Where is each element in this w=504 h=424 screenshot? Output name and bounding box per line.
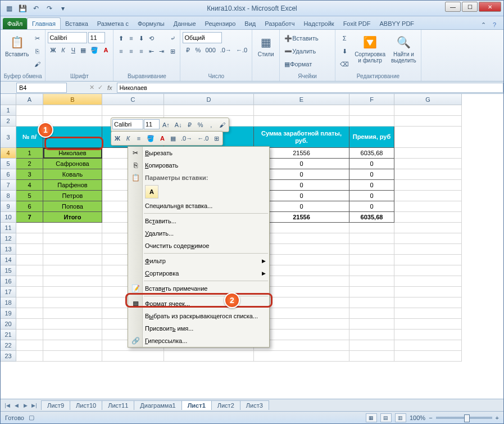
menu-sort[interactable]: Сортировка▶ [128, 267, 269, 279]
row-header[interactable]: 10 [1, 212, 16, 223]
maximize-button[interactable]: ☐ [462, 2, 478, 12]
mini-font-name[interactable] [112, 119, 143, 129]
col-header-f[interactable]: F [349, 94, 394, 105]
row-header[interactable]: 8 [1, 191, 16, 201]
menu-define-name[interactable]: Присвоить имя... [128, 322, 269, 335]
tab-insert[interactable]: Вставка [61, 18, 93, 29]
cell[interactable] [394, 297, 462, 308]
tab-view[interactable]: Вид [240, 18, 260, 29]
cell[interactable] [394, 201, 462, 212]
cell[interactable]: 4 [16, 180, 43, 191]
find-select-button[interactable]: 🔍 Найти и выделить [389, 32, 419, 65]
cell[interactable] [349, 287, 394, 297]
tab-review[interactable]: Рецензиро [201, 18, 240, 29]
underline-button[interactable]: Ч [68, 44, 78, 56]
indent-decrease-icon[interactable]: ⇤ [146, 45, 156, 57]
sheet-tab-active[interactable]: Лист1 [181, 400, 212, 410]
align-left-icon[interactable]: ≡ [116, 45, 126, 57]
paste-option-values[interactable]: A [145, 185, 158, 199]
row-header[interactable]: 22 [1, 340, 16, 351]
cell[interactable] [16, 340, 43, 351]
row-header[interactable]: 12 [1, 233, 16, 244]
menu-hyperlink[interactable]: 🔗Гиперссылка... [128, 335, 269, 347]
cell[interactable] [394, 159, 462, 169]
cell[interactable]: Коваль [43, 169, 102, 180]
cell[interactable] [43, 351, 102, 362]
mini-grow-font-icon[interactable]: A↑ [160, 119, 172, 130]
cell[interactable] [349, 116, 394, 127]
close-button[interactable]: ✕ [479, 2, 501, 12]
tab-file[interactable]: Файл [3, 18, 27, 29]
cell[interactable] [43, 244, 102, 255]
row-header[interactable]: 16 [1, 276, 16, 287]
insert-cells-button[interactable]: ➕ Вставить [282, 32, 333, 44]
styles-button[interactable]: ▦ Стили [255, 32, 277, 58]
italic-button[interactable]: К [58, 44, 68, 56]
decimal-inc-icon[interactable]: .0→ [218, 44, 234, 56]
mini-currency-icon[interactable]: ₽ [185, 119, 195, 130]
cell[interactable]: 6035,68 [349, 212, 394, 223]
align-center-icon[interactable]: ≡ [126, 45, 136, 57]
cell[interactable] [394, 265, 462, 276]
cell[interactable]: 5 [16, 191, 43, 201]
cell[interactable]: 0 [349, 191, 394, 201]
mini-italic-icon[interactable]: К [123, 133, 133, 144]
cell[interactable] [16, 244, 43, 255]
cell[interactable] [394, 319, 462, 330]
cell[interactable] [394, 233, 462, 244]
cell[interactable] [43, 297, 102, 308]
redo-icon[interactable]: ↷ [43, 3, 56, 14]
cell[interactable] [16, 276, 43, 287]
minimize-button[interactable]: — [445, 2, 461, 12]
cell[interactable] [16, 319, 43, 330]
cell[interactable]: 6 [16, 201, 43, 212]
minimize-ribbon-icon[interactable]: ⌃ [479, 20, 488, 29]
percent-icon[interactable]: % [193, 44, 203, 56]
align-top-icon[interactable]: ⬆ [116, 32, 126, 44]
cell[interactable] [16, 287, 43, 297]
comma-icon[interactable]: 000 [203, 44, 217, 56]
cell[interactable] [43, 276, 102, 287]
cell[interactable] [16, 105, 43, 116]
save-icon[interactable]: 💾 [16, 3, 29, 14]
paste-button[interactable]: 📋 Вставить [3, 32, 31, 58]
border-button[interactable]: ▦ [78, 44, 88, 56]
mini-fill-icon[interactable]: 🪣 [144, 133, 157, 144]
align-bottom-icon[interactable]: ⬇ [136, 32, 146, 44]
view-normal-icon[interactable]: ▦ [366, 413, 377, 422]
mini-dec-dec-icon[interactable]: ←.0 [195, 133, 211, 144]
formula-input[interactable]: Николаев [117, 83, 503, 93]
sheet-tab[interactable]: Лист2 [211, 400, 240, 410]
align-right-icon[interactable]: ≡ [136, 45, 146, 57]
sheet-tab[interactable]: Лист3 [240, 400, 269, 410]
cell[interactable] [164, 351, 254, 362]
excel-icon[interactable]: ▦ [3, 3, 15, 14]
cell[interactable] [394, 255, 462, 265]
wrap-text-icon[interactable]: ⤶ [167, 32, 178, 44]
cell[interactable] [394, 351, 462, 362]
cell[interactable] [394, 244, 462, 255]
row-header[interactable]: 20 [1, 319, 16, 330]
align-middle-icon[interactable]: ≡ [126, 32, 136, 44]
cell[interactable] [394, 212, 462, 223]
tab-addins[interactable]: Надстройк [299, 18, 338, 29]
name-box[interactable]: B4 [16, 83, 67, 93]
cell[interactable] [349, 244, 394, 255]
cell[interactable] [43, 265, 102, 276]
cell[interactable] [43, 105, 102, 116]
cell[interactable]: 0 [349, 201, 394, 212]
cell[interactable] [349, 351, 394, 362]
mini-border-icon[interactable]: ▦ [168, 133, 178, 144]
menu-clear[interactable]: Очистить содержимое [128, 240, 269, 252]
cell[interactable] [43, 308, 102, 319]
cell[interactable]: 0 [349, 159, 394, 169]
cell[interactable] [394, 330, 462, 340]
row-header[interactable]: 3 [1, 127, 16, 148]
number-format-select[interactable] [183, 32, 222, 43]
col-header-g[interactable]: G [394, 94, 462, 105]
mini-shrink-font-icon[interactable]: A↓ [172, 119, 184, 130]
zoom-in-icon[interactable]: + [496, 414, 499, 421]
cell[interactable]: 2 [16, 159, 43, 169]
cell[interactable] [254, 351, 349, 362]
cell[interactable] [16, 297, 43, 308]
